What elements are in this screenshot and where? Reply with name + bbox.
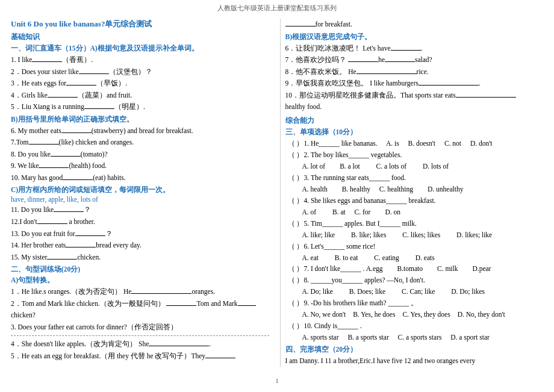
choice-2-opts: A. lot of B. a lot C. a lots of D. lots … (302, 161, 544, 172)
divider1 (11, 335, 269, 336)
choice-5-opts: A. like; like B. like; likes C. likes; l… (302, 229, 544, 241)
word-bank: have, dinner, apple, like, lots of (11, 196, 269, 203)
r-line-7: 7．他喜欢沙拉吗？ hesalad? (285, 54, 544, 66)
part3-label: 三、单项选择（10分） (285, 128, 544, 137)
part2-label: 二、句型训练场(20分) (11, 265, 269, 274)
section-jichu: 基础知识 (11, 32, 269, 42)
line-5: 5．Liu Xiang is a running（明星）. (11, 101, 269, 113)
choice-8-opts: A. Do; like B. Does; like C. Can; like D… (302, 286, 544, 297)
line-11: 11. Do you like？ (11, 204, 269, 216)
line-9: 9. We like(health) food. (11, 160, 269, 172)
part4-text: I am Danny. I 11 a brother,Eric.I have f… (285, 355, 544, 367)
line-2: 2．Does your sister like（汉堡包）？ (11, 66, 269, 78)
r-line-8: 8．他不喜欢米饭。 Herice. (285, 66, 544, 78)
choice-10-q: （ ）10. Cindy is______ . (288, 320, 544, 332)
partB2-label: B)根据汉语意思完成句子。 (285, 33, 544, 42)
choice-4-q: （ ）4. She likes eggs and bananas______ b… (288, 195, 544, 207)
sent-4: 4．She doesn't like apples.（改为肯定句） She. (11, 338, 269, 350)
choice-6-q: （ ）6. Let's______ some rice! (288, 241, 544, 252)
line-1: 1. I like（香蕉）. (11, 54, 269, 66)
continue-line1: for breakfast. (285, 19, 544, 31)
section-zongheng: 综合能力 (285, 116, 544, 126)
sent-2: 2．Tom and Mark like chicken.（改为一般疑问句） To… (11, 298, 269, 322)
line-14: 14. Her brother eatsbread every day. (11, 240, 269, 252)
partB-label: B)用括号里所给单词的正确形式填空。 (11, 115, 269, 124)
part4-label: 四、完形填空（20分） (285, 345, 544, 354)
line-3: 3．He eats eggs for（早饭）. (11, 78, 269, 90)
r-line-6: 6．让我们吃冰激凌吧！ Let's have. (285, 43, 544, 55)
line-8: 8. Do you like(tomato)? (11, 149, 269, 161)
choice-7-q: （ ）7. I don't like______ . A.egg B.tomat… (288, 263, 544, 275)
sent-1: 1．He like.s oranges.（改为否定句） Heoranges. (11, 286, 269, 298)
line-4: 4．Girls like（蔬菜）and fruit. (11, 90, 269, 102)
partC-label: C)用方框内所给的词或短语填空，每词限用一次。 (11, 185, 269, 194)
sent-5: 5．He eats an egg for breakfast.（用 they 代… (11, 350, 269, 362)
line-15: 15. My sisterchicken. (11, 252, 269, 264)
line-13: 13. Do you eat fruit for？ (11, 228, 269, 240)
page-header: 人教版七年级英语上册课堂配套练习系列 (0, 0, 554, 15)
choice-4-opts: A. of B. at C. for D. on (302, 207, 544, 218)
line-7: 7.Tom(like) chicken and oranges. (11, 137, 269, 149)
sent-3: 3. Does your father eat carrots for dinn… (11, 322, 269, 334)
page-title: Unit 6 Do you like bananas?单元综合测试 (11, 19, 269, 30)
choice-9-opts: A. No, we don't B. Yes, he does C. Yes, … (302, 309, 544, 320)
choice-3-q: （ ）3. The running star eats______ food. (288, 172, 544, 184)
r-line-10b: healthy food. (285, 101, 544, 113)
choice-1-q: （ ）1. He______ like bananas. A. is B. do… (288, 138, 544, 149)
choice-3-opts: A. health B. healthy C. healthing D. unh… (302, 184, 544, 195)
choice-6-opts: A. eat B. to eat C. eating D. eats (302, 252, 544, 264)
partA2-label: A)句型转换。 (11, 276, 269, 285)
line-10: 10. Mary has good(eat) habits. (11, 172, 269, 184)
choice-9-q: （ ）9. -Do his brothers like math? ______… (288, 297, 544, 309)
choice-8-q: （ ）8. ______you______ apples? —No, I don… (288, 275, 544, 286)
r-line-9: 9．早饭我喜欢吃汉堡包。 I like hamburgers. (285, 78, 544, 90)
choice-10-opts: A. sports star B. a sports star C. a spo… (302, 332, 544, 343)
page-number: 1 (0, 377, 554, 384)
right-column: for breakfast. B)根据汉语意思完成句子。 6．让我们吃冰激凌吧！… (280, 19, 544, 367)
choice-5-q: （ ）5. Tim______ apples. But I______ milk… (288, 218, 544, 229)
line-12: 12.I don't a brother. (11, 216, 269, 228)
r-line-10: 10．那位运动明星吃很多健康食品。That sports star eats (285, 90, 544, 102)
choice-2-q: （ ）2. The boy likes______ vegetables. (288, 149, 544, 161)
left-column: Unit 6 Do you like bananas?单元综合测试 基础知识 一… (11, 19, 274, 367)
part1-label: 一、词汇直通车（15分）A)根据句意及汉语提示补全单词。 (11, 44, 269, 53)
line-6: 6. My mother eats(strawberry) and bread … (11, 125, 269, 137)
